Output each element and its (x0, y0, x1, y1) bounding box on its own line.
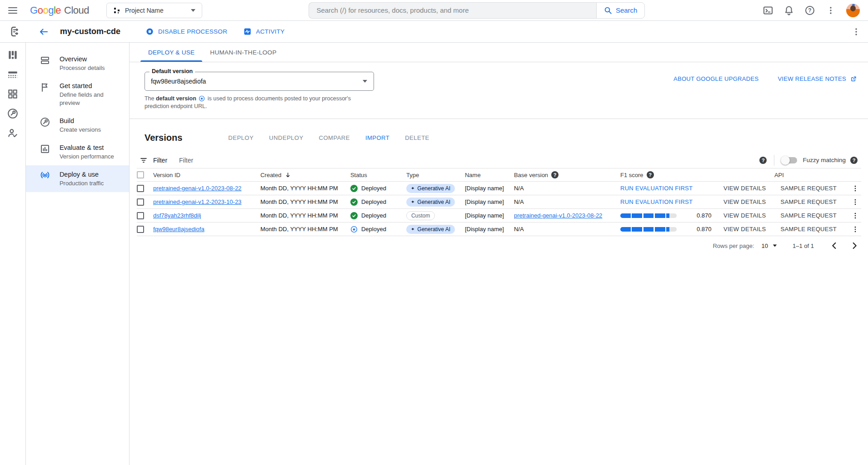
menu-icon[interactable] (7, 5, 18, 16)
sample-request-button[interactable]: SAMPLE REQUEST (781, 185, 837, 192)
page-more-vertical-icon[interactable] (851, 26, 862, 37)
user-avatar[interactable] (846, 4, 860, 17)
filter-help-icon[interactable]: ? (759, 157, 767, 164)
version-id-link[interactable]: fqw98eur8ajsediofa (153, 226, 205, 232)
undeploy-button[interactable]: UNDEPLOY (261, 131, 311, 145)
status-cell: Deployed (350, 226, 406, 233)
disable-processor-button[interactable]: DISABLE PROCESSOR (146, 28, 227, 35)
overview-icon (40, 55, 50, 66)
row-checkbox[interactable] (137, 185, 144, 192)
sidebar-nav: OverviewProcessor details Get startedDef… (26, 43, 130, 465)
table-row: pretrained-genai-v1.0-2023-08-22 Month D… (137, 182, 861, 195)
type-badge-generative-ai: ✦Generative AI (406, 198, 455, 207)
activity-button[interactable]: ACTIVITY (244, 28, 284, 35)
more-vertical-icon[interactable] (825, 5, 836, 16)
next-page-icon[interactable] (849, 241, 859, 251)
select-all-checkbox[interactable] (137, 171, 144, 178)
sidebar-item-build[interactable]: BuildCreate versions (26, 112, 129, 139)
wrench-circle-icon[interactable] (7, 108, 19, 119)
col-name[interactable]: Name (465, 172, 514, 178)
name-cell: [Display name] (465, 226, 514, 232)
search-button[interactable]: Search (596, 2, 645, 19)
avatar-torso (848, 11, 858, 17)
wrench-circle-icon (40, 117, 50, 128)
col-base-version[interactable]: Base version ? (514, 171, 620, 178)
version-id-link[interactable]: pretrained-genai-v1.2-2023-10-23 (153, 198, 241, 205)
help-icon[interactable]: ? (804, 5, 815, 16)
col-type[interactable]: Type (406, 172, 465, 178)
row-more-vertical-icon[interactable] (851, 225, 859, 234)
sidebar-item-overview[interactable]: OverviewProcessor details (26, 50, 129, 77)
col-f1-score[interactable]: F1 score ? (620, 171, 723, 178)
logo-cloud-word: Cloud (64, 5, 89, 16)
row-checkbox[interactable] (137, 226, 144, 233)
deploy-button[interactable]: DEPLOY (220, 131, 261, 145)
sample-request-button[interactable]: SAMPLE REQUEST (781, 226, 837, 232)
run-evaluation-first-link[interactable]: RUN EVALUATION FIRST (620, 198, 693, 205)
sidebar-item-deploy-use[interactable]: Deploy & useProduction traffic (26, 165, 129, 192)
col-status[interactable]: Status (350, 172, 406, 178)
run-evaluation-first-link[interactable]: RUN EVALUATION FIRST (620, 185, 693, 192)
sample-request-button[interactable]: SAMPLE REQUEST (781, 212, 837, 219)
flag-icon (40, 82, 50, 93)
user-check-icon[interactable] (7, 127, 19, 139)
back-arrow-icon[interactable] (38, 26, 49, 37)
filter-row: Filter ? Fuzzy matching ? (137, 152, 861, 168)
notifications-bell-icon[interactable] (783, 5, 794, 16)
import-button[interactable]: IMPORT (358, 131, 397, 145)
filter-input[interactable] (179, 157, 759, 164)
base-version-link[interactable]: pretrained-genai-v1.0-2023-08-22 (514, 212, 602, 219)
bar-chart-box-icon (40, 143, 50, 154)
chevron-down-icon (773, 244, 777, 247)
type-badge-generative-ai: ✦Generative AI (406, 225, 455, 234)
row-more-vertical-icon[interactable] (851, 198, 859, 207)
created-cell: Month DD, YYYY HH:MM PM (260, 185, 350, 192)
base-version-help-icon[interactable]: ? (551, 171, 559, 178)
table-rows-icon[interactable] (7, 69, 19, 80)
version-id-link[interactable]: dsf78yah23rhf8dilj (153, 212, 201, 219)
previous-page-icon[interactable] (829, 241, 839, 251)
fuzzy-matching-help-icon[interactable]: ? (850, 157, 858, 164)
project-selector[interactable]: Project Name (106, 3, 202, 18)
col-version-id[interactable]: Version ID (153, 172, 260, 178)
row-checkbox[interactable] (137, 212, 144, 219)
about-google-upgrades-link[interactable]: ABOUT GOOGLE UPGRADES (673, 75, 758, 82)
sample-request-button[interactable]: SAMPLE REQUEST (781, 198, 837, 205)
row-more-vertical-icon[interactable] (851, 211, 859, 220)
fuzzy-matching-toggle[interactable] (782, 157, 797, 163)
view-details-button[interactable]: VIEW DETAILS (723, 198, 766, 205)
view-release-notes-link[interactable]: VIEW RELEASE NOTES (778, 75, 857, 82)
sidebar-item-get-started[interactable]: Get startedDefine fields and preview (26, 77, 129, 112)
tab-deploy-use[interactable]: DEPLOY & USE (140, 43, 202, 62)
tab-human-in-the-loop[interactable]: HUMAN-IN-THE-LOOP (202, 43, 284, 62)
chevron-down-icon (363, 80, 367, 83)
default-version-star-icon (199, 95, 205, 102)
cloud-shell-icon[interactable] (763, 5, 773, 16)
base-version-cell: N/A (514, 185, 620, 192)
version-id-link[interactable]: pretrained-genai-v1.0-2023-08-22 (153, 185, 241, 192)
app-bar: Google Cloud Project Name Search ? (0, 0, 868, 21)
delete-button[interactable]: DELETE (397, 131, 437, 145)
search-input[interactable] (309, 2, 596, 19)
view-details-button[interactable]: VIEW DETAILS (723, 185, 766, 192)
sidebar-item-evaluate-test[interactable]: Evaluate & testVersion performance (26, 139, 129, 165)
bar-chart-icon[interactable] (7, 49, 19, 61)
view-details-button[interactable]: VIEW DETAILS (723, 212, 766, 219)
view-details-button[interactable]: VIEW DETAILS (723, 226, 766, 232)
chevron-down-icon (191, 9, 195, 12)
compare-button[interactable]: COMPARE (311, 131, 358, 145)
default-version-select[interactable]: Default version fqw98eur8ajsediofa (145, 72, 374, 91)
row-checkbox[interactable] (137, 198, 144, 206)
sparkle-icon: ✦ (411, 227, 414, 232)
document-ai-icon[interactable] (9, 25, 21, 38)
filter-button[interactable]: Filter (140, 156, 167, 164)
rows-per-page-select[interactable]: 10 (762, 242, 777, 249)
svg-text:?: ? (808, 7, 811, 14)
deployed-check-icon (350, 212, 358, 219)
divider (774, 155, 774, 166)
col-created[interactable]: Created (260, 172, 350, 178)
f1-score-help-icon[interactable]: ? (647, 171, 654, 178)
grid-icon[interactable] (7, 88, 19, 100)
row-more-vertical-icon[interactable] (851, 184, 859, 193)
deployed-check-icon (350, 185, 358, 192)
